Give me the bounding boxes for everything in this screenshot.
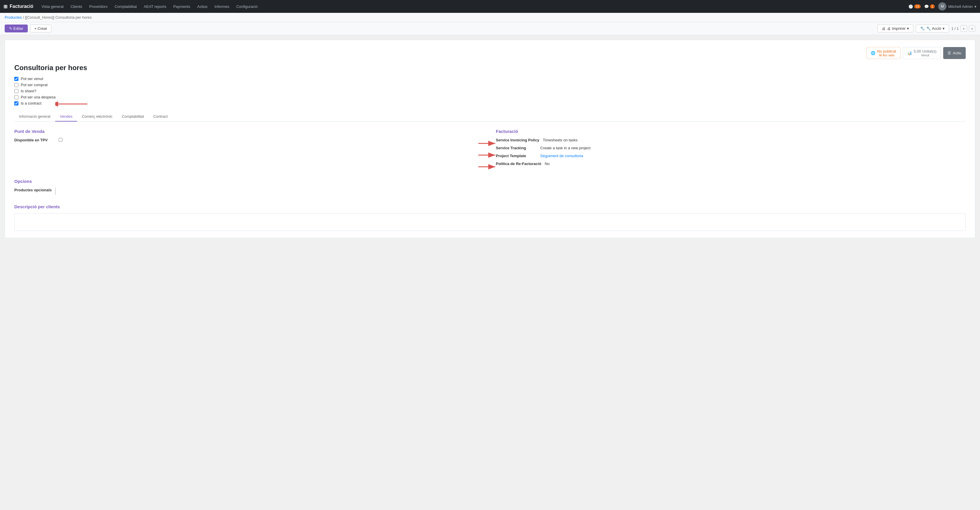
nav-item-comptabilitat[interactable]: Comptabilitat: [111, 3, 140, 10]
sold-status-label: 5,00 Unitat(s): [914, 49, 937, 54]
descripcio-box[interactable]: [14, 213, 966, 231]
create-button[interactable]: + Crear: [30, 25, 52, 32]
checkbox-is-contract: Is a contract: [14, 101, 56, 105]
productes-opcionals-value[interactable]: [55, 188, 966, 195]
checkbox-is-share: Is share?: [14, 89, 56, 93]
tabs: Informació general Vendes Comerç electrò…: [14, 112, 966, 122]
sold-status-sub: Venut: [914, 54, 937, 57]
opcions-section: Opcions Productes opcionals: [14, 179, 966, 195]
top-navigation: ⊞ Facturació Vista general Clients Prove…: [0, 0, 980, 13]
cb-is-contract-label: Is a contract: [21, 101, 41, 105]
tab-contract[interactable]: Contract: [149, 112, 172, 122]
cb-pot-ser-comprat-label: Pot ser comprat: [21, 83, 48, 87]
website-status-button[interactable]: 🌐 No publicat Al lloc web: [866, 47, 900, 59]
breadcrumb: Productes / [[Consult_Hores]] Consultori…: [0, 13, 980, 22]
service-invoicing-policy-value: Timesheets on tasks: [543, 138, 578, 142]
service-invoicing-policy-label: Service Invoicing Policy: [496, 138, 539, 142]
cb-pot-ser-despesa[interactable]: [14, 95, 18, 99]
chat-icon: 💬: [924, 5, 929, 9]
politica-re-facturacio-label: Política de Re-Facturació: [496, 162, 541, 166]
cb-is-contract[interactable]: [14, 102, 18, 105]
active-label: Actiu: [953, 51, 961, 55]
grid-icon: ⊞: [3, 4, 7, 10]
action-chevron: ▾: [943, 26, 945, 31]
politica-re-facturacio-row: Política de Re-Facturació No: [496, 162, 966, 166]
project-template-row: Project Template Seguiment de consultori…: [496, 154, 966, 158]
breadcrumb-parent[interactable]: Productes: [5, 15, 22, 19]
edit-button[interactable]: ✎ Editar: [5, 25, 28, 32]
active-status-button[interactable]: ☰ Actiu: [943, 47, 966, 59]
tab-content-vendes: Punt de Venda Disponible en TPV: [14, 129, 966, 169]
breadcrumb-separator: /: [23, 15, 24, 19]
cb-pot-ser-despesa-label: Pot ser una despesa: [21, 95, 56, 99]
app-logo[interactable]: ⊞ Facturació: [3, 4, 33, 10]
project-template-value[interactable]: Seguiment de consultoria: [540, 154, 583, 158]
tab-comptabilitat[interactable]: Comptabilitat: [117, 112, 149, 122]
action-label: 🔧 Acció: [926, 26, 941, 31]
bar-chart-icon: 📊: [907, 51, 912, 55]
clock-count: 15: [914, 5, 921, 8]
clock-badge[interactable]: 🕐 15: [908, 5, 921, 9]
print-icon: 🖨: [882, 26, 886, 31]
chevron-down-icon: ▾: [974, 5, 977, 9]
facturacio-title: Facturació: [496, 129, 966, 134]
pagination: 1 / 1 ‹ ›: [951, 25, 975, 32]
facturacio-section: Facturació Service Invoicing Policy Time…: [496, 129, 966, 169]
service-tracking-label: Service Tracking: [496, 146, 537, 150]
toolbar: ✎ Editar + Crear 🖨 🖨 Imprimir ▾ 🔧 🔧 Acci…: [0, 22, 980, 35]
user-menu[interactable]: M Mitchell Admin ▾: [938, 2, 977, 11]
nav-menu: Vista general Clients Proveïdors Comptab…: [38, 3, 903, 10]
nav-item-informes[interactable]: Informes: [212, 3, 232, 10]
cb-pot-ser-comprat[interactable]: [14, 83, 18, 87]
disponible-en-tpv-checkbox[interactable]: [59, 138, 62, 141]
action-button[interactable]: 🔧 🔧 Acció ▾: [916, 25, 949, 32]
cb-pot-ser-venut-label: Pot ser venut: [21, 76, 43, 81]
pagination-prev[interactable]: ‹: [961, 25, 967, 32]
action-icon: 🔧: [920, 26, 925, 31]
nav-item-payments[interactable]: Payments: [170, 3, 193, 10]
nav-item-vista-general[interactable]: Vista general: [38, 3, 67, 10]
descripcio-section: Descripció per clients: [14, 204, 966, 231]
app-title: Facturació: [10, 4, 33, 9]
tab-informacio-general[interactable]: Informació general: [14, 112, 55, 122]
pagination-text: 1 / 1: [951, 26, 959, 31]
print-button[interactable]: 🖨 🖨 Imprimir ▾: [877, 25, 914, 32]
cb-pot-ser-venut[interactable]: [14, 77, 18, 81]
sold-status-button[interactable]: 📊 5,00 Unitat(s) Venut: [903, 47, 941, 59]
politica-re-facturacio-value: No: [545, 162, 550, 166]
website-status-sub: Al lloc web: [877, 54, 896, 57]
checkboxes-section: Pot ser venut Pot ser comprat Is share? …: [14, 76, 56, 107]
productes-opcionals-label: Productes opcionals: [14, 188, 52, 192]
nav-item-aeat[interactable]: AEAT reports: [141, 3, 169, 10]
checkbox-pot-ser-comprat: Pot ser comprat: [14, 83, 56, 87]
disponible-en-tpv-row: Disponible en TPV: [14, 138, 484, 142]
tab-vendes[interactable]: Vendes: [55, 112, 77, 122]
chat-badge[interactable]: 💬 1: [924, 5, 935, 9]
pagination-next[interactable]: ›: [969, 25, 975, 32]
punt-de-venda-title: Punt de Venda: [14, 129, 484, 134]
cb-is-share[interactable]: [14, 89, 18, 93]
annotation-arrow-contract: [55, 98, 90, 110]
clock-icon: 🕐: [908, 5, 913, 9]
chat-count: 1: [930, 5, 935, 8]
print-chevron: ▾: [907, 26, 909, 31]
service-tracking-value: Create a task in a new project: [540, 146, 590, 150]
descripcio-title: Descripció per clients: [14, 204, 966, 209]
nav-item-configuracio[interactable]: Configuració: [234, 3, 261, 10]
punt-de-venda-section: Punt de Venda Disponible en TPV: [14, 129, 484, 169]
disponible-en-tpv-label: Disponible en TPV: [14, 138, 55, 142]
check-icon: ☰: [948, 51, 951, 55]
nav-item-clients[interactable]: Clients: [68, 3, 85, 10]
record-card: 🌐 No publicat Al lloc web 📊 5,00 Unitat(…: [5, 40, 975, 238]
annotation-arrows-facturacio: [476, 140, 499, 173]
record-title: Consultoria per hores: [14, 64, 966, 72]
service-invoicing-policy-row: Service Invoicing Policy Timesheets on t…: [496, 138, 966, 142]
project-template-label: Project Template: [496, 154, 537, 158]
print-label: 🖨 Imprimir: [887, 26, 906, 31]
nav-item-actius[interactable]: Actius: [194, 3, 210, 10]
topbar-right: 🕐 15 💬 1 M Mitchell Admin ▾: [908, 2, 977, 11]
checkbox-pot-ser-despesa: Pot ser una despesa: [14, 95, 56, 99]
user-name: Mitchell Admin: [948, 5, 973, 9]
tab-comer-electronic[interactable]: Comerç electrònic: [77, 112, 117, 122]
nav-item-proveidors[interactable]: Proveïdors: [86, 3, 110, 10]
